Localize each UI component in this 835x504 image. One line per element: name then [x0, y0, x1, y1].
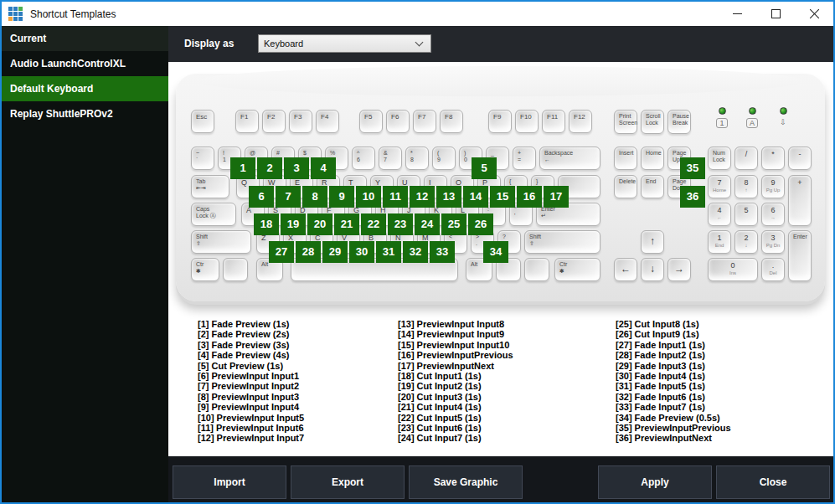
- shortcut-line: [7] PreviewInput Input2: [198, 381, 304, 391]
- shortcut-line: [1] Fade Preview (1s): [198, 319, 304, 329]
- shortcut-badge-10: 10: [356, 186, 381, 208]
- display-as-dropdown[interactable]: Keyboard: [258, 34, 431, 53]
- caps-lock-led-symbol: A: [746, 118, 758, 128]
- key-ctrl-left: Ctr ✱: [191, 258, 219, 281]
- shortcut-column-1: [1] Fade Preview (1s)[2] Fade Preview (2…: [198, 319, 304, 444]
- apply-button[interactable]: Apply: [598, 465, 712, 499]
- shortcut-line: [3] Fade Preview (3s): [198, 340, 304, 350]
- close-dialog-button[interactable]: Close: [716, 465, 830, 499]
- key-np-add: +: [788, 175, 812, 226]
- minimize-icon: [733, 13, 742, 14]
- key-np-enter: Enter: [788, 230, 812, 281]
- sidebar-item-default-keyboard[interactable]: Default Keyboard: [2, 76, 168, 101]
- sidebar-item-audio-launchcontrolxl[interactable]: Audio LaunchControlXL: [2, 51, 168, 76]
- shortcut-line: [31] Fade Input5 (1s): [616, 381, 731, 391]
- shortcut-line: [26] Cut Input9 (1s): [616, 329, 731, 339]
- content-area: EscF1F2F3F4F5F6F7F8F9F10F11F12Print Scre…: [168, 62, 833, 456]
- key-np-7: 7Home: [708, 175, 731, 198]
- key-np-4: 4←: [708, 203, 731, 226]
- shortcut-badge-19: 19: [281, 213, 306, 235]
- key-pause-break: Pause Break: [667, 110, 691, 134]
- shortcut-line: [6] PreviewInput Input1: [198, 371, 304, 381]
- shortcut-badge-11: 11: [383, 186, 408, 208]
- main-panel: Display as Keyboard EscF1F2F3F4F5F6F7F8F…: [168, 26, 833, 502]
- key-np-5: 5: [734, 203, 758, 226]
- key-f3: F3: [289, 110, 312, 133]
- key-np-multiply: *: [761, 147, 785, 170]
- shortcut-templates-window: Shortcut Templates Current Audio LaunchC…: [0, 0, 835, 504]
- key-backspace: Backspace ←: [539, 147, 600, 170]
- key-9: ( 9: [432, 147, 456, 170]
- maximize-icon: [771, 9, 781, 18]
- shortcut-line: [18] Cut Input1 (1s): [398, 371, 513, 381]
- keyboard-graphic: EscF1F2F3F4F5F6F7F8F9F10F11F12Print Scre…: [176, 74, 825, 301]
- shortcut-badge-1: 1: [230, 157, 255, 179]
- num-lock-led-indicator: [719, 107, 726, 115]
- window-title: Shortcut Templates: [30, 8, 116, 20]
- key-f9: F9: [488, 110, 512, 133]
- shortcut-line: [24] Cut Input7 (1s): [398, 433, 513, 443]
- shortcut-line: [9] PreviewInput Input4: [198, 402, 304, 412]
- shortcut-line: [8] PreviewInput Input3: [198, 392, 304, 402]
- shortcut-badge-8: 8: [302, 186, 327, 208]
- shortcut-list: [1] Fade Preview (1s)[2] Fade Preview (2…: [198, 319, 833, 450]
- key-f4: F4: [316, 110, 339, 133]
- display-as-bar: Display as Keyboard: [168, 26, 833, 62]
- shortcut-badge-6: 6: [249, 186, 274, 208]
- shortcut-line: [32] Fade Input6 (1s): [616, 392, 731, 402]
- key-arrow-right: →: [667, 258, 691, 281]
- chevron-down-icon: [415, 38, 424, 46]
- shortcut-line: [27] Fade Input1 (1s): [616, 340, 731, 350]
- maximize-button[interactable]: [756, 2, 795, 26]
- shortcut-badge-9: 9: [329, 186, 354, 208]
- shortcut-badge-31: 31: [376, 241, 401, 263]
- shortcut-badge-23: 23: [388, 213, 413, 235]
- shortcut-line: [34] Fade Preview (0.5s): [616, 413, 731, 423]
- save-graphic-button[interactable]: Save Graphic: [409, 465, 523, 499]
- shortcut-badge-18: 18: [254, 213, 279, 235]
- shortcut-line: [19] Cut Input2 (1s): [398, 381, 513, 391]
- shortcut-badge-5: 5: [472, 157, 497, 179]
- shortcut-badge-13: 13: [436, 186, 461, 208]
- shortcut-line: [15] PreviewInput Input10: [398, 340, 513, 350]
- shortcut-badge-35: 35: [680, 157, 705, 179]
- sidebar-item-current[interactable]: Current: [2, 26, 168, 51]
- key-f7: F7: [413, 110, 436, 133]
- key-shift-right: Shift ⇧: [524, 230, 600, 254]
- shortcut-badge-12: 12: [410, 186, 435, 208]
- shortcut-line: [11] PreviewInput Input6: [198, 423, 304, 433]
- shortcut-line: [23] Cut Input6 (1s): [398, 423, 513, 433]
- scroll-lock-led-symbol: ⇩: [777, 118, 789, 128]
- shortcut-line: [36] PreviewInputNext: [616, 433, 731, 443]
- display-as-label: Display as: [184, 26, 234, 62]
- shortcut-badge-26: 26: [468, 213, 493, 235]
- minimize-button[interactable]: [718, 2, 756, 26]
- shortcut-line: [20] Cut Input3 (1s): [398, 392, 513, 402]
- key-np-divide: /: [734, 147, 758, 170]
- key-ctrl-right: Ctr ✱: [554, 258, 600, 281]
- shortcut-badge-34: 34: [483, 241, 508, 263]
- key-backquote: ~ `: [191, 147, 214, 170]
- key-np-decimal: .Del: [761, 258, 785, 281]
- shortcut-line: [33] Fade Input7 (1s): [616, 402, 731, 412]
- import-button[interactable]: Import: [173, 465, 286, 499]
- sidebar-item-replay-shuttleprov2[interactable]: Replay ShuttlePROv2: [2, 101, 168, 126]
- key-6: ^ 6: [352, 147, 375, 170]
- shortcut-badge-2: 2: [257, 157, 282, 179]
- shortcut-badge-16: 16: [517, 186, 542, 208]
- shortcut-line: [2] Fade Preview (2s): [198, 329, 304, 339]
- shortcut-column-3: [25] Cut Input8 (1s)[26] Cut Input9 (1s)…: [616, 319, 731, 444]
- shortcut-badge-22: 22: [361, 213, 386, 235]
- key-print-screen: Print Screen: [614, 110, 637, 134]
- key-delete: Delete: [614, 175, 637, 198]
- key-np-1: 1End: [708, 230, 731, 254]
- scroll-lock-led-indicator: [780, 107, 787, 115]
- key-7: & 7: [379, 147, 402, 170]
- key-np-3: 3Pg Dn: [761, 230, 785, 254]
- close-button[interactable]: [795, 2, 833, 26]
- close-icon: [809, 8, 820, 19]
- shortcut-line: [25] Cut Input8 (1s): [616, 319, 731, 329]
- key-f11: F11: [542, 110, 565, 133]
- key-f1: F1: [235, 110, 259, 133]
- export-button[interactable]: Export: [291, 465, 405, 499]
